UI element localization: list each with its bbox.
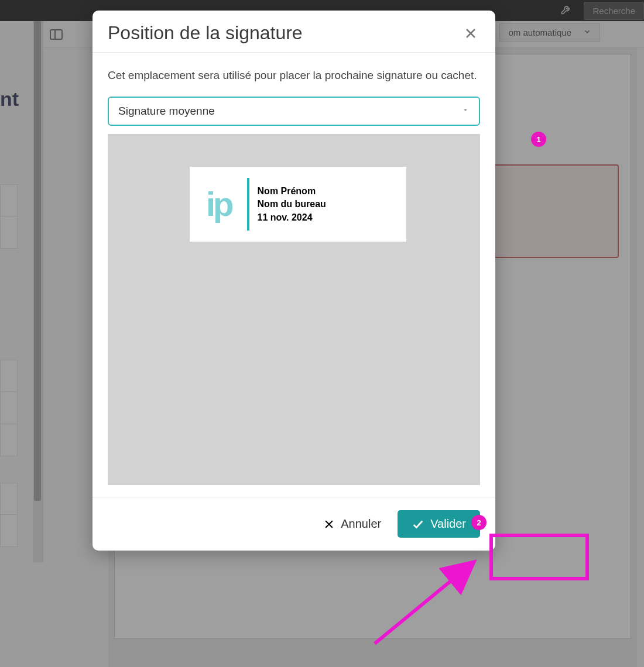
signature-preview-area[interactable]: ip Nom Prénom Nom du bureau 11 nov. 2024 [108,134,480,485]
annotation-callout-1: 1 [531,132,546,147]
validate-label: Valider [430,517,466,531]
stamp-name: Nom Prénom [258,185,326,198]
signature-size-select[interactable]: Signature moyenne [108,97,480,126]
logo-ip: ip [206,187,232,221]
modal-footer: Annuler Valider [93,497,495,551]
signature-position-modal: Position de la signature Cet emplacement… [93,11,495,551]
close-icon [464,26,478,40]
stamp-text: Nom Prénom Nom du bureau 11 nov. 2024 [258,185,326,224]
check-icon [412,518,424,531]
stamp-separator [247,178,249,231]
close-button[interactable] [461,24,480,43]
stamp-date: 11 nov. 2024 [258,211,326,224]
chevron-down-icon [461,106,470,116]
signature-stamp[interactable]: ip Nom Prénom Nom du bureau 11 nov. 2024 [190,167,406,242]
annotation-highlight [489,534,589,580]
stamp-office: Nom du bureau [258,198,326,211]
cancel-label: Annuler [341,517,381,531]
select-value: Signature moyenne [118,105,215,118]
close-icon [323,518,335,530]
annotation-callout-2: 2 [471,515,487,530]
cancel-button[interactable]: Annuler [323,517,381,531]
modal-description: Cet emplacement sera utilisé pour placer… [108,67,480,84]
validate-button[interactable]: Valider [398,510,480,538]
modal-title: Position de la signature [108,22,303,44]
modal-header: Position de la signature [93,11,495,52]
modal-body: Cet emplacement sera utilisé pour placer… [93,53,495,497]
